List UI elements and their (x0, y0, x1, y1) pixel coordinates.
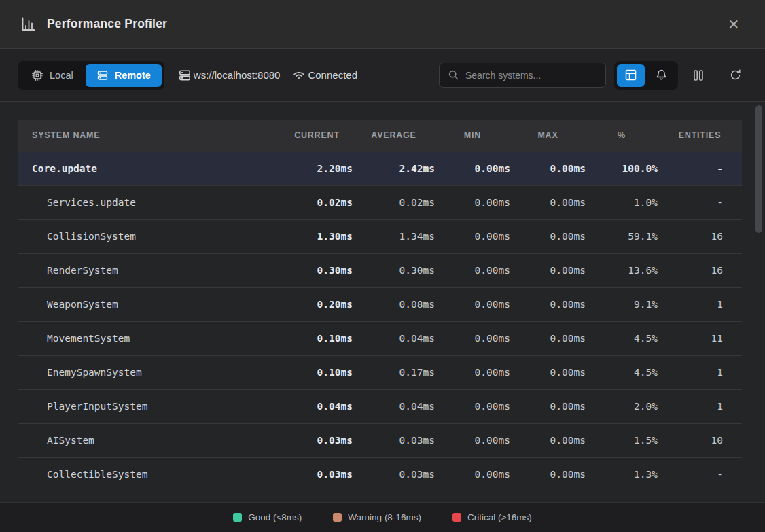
average-cell: 0.02ms (353, 185, 435, 219)
min-cell: 0.00ms (435, 321, 510, 355)
connection-status: Connected (292, 69, 357, 82)
legend-swatch (452, 513, 461, 522)
current-cell: 0.04ms (281, 389, 353, 423)
min-cell: 0.00ms (435, 389, 510, 423)
search-box (439, 63, 606, 88)
percent-cell: 100.0% (586, 152, 658, 185)
legend-item: Warning (8-16ms) (333, 512, 421, 522)
percent-cell: 13.6% (586, 253, 658, 287)
title-bar: Performance Profiler ✕ (0, 0, 765, 49)
legend-swatch (233, 513, 242, 522)
column-header-max[interactable]: MAX (510, 120, 586, 152)
entities-cell: 1 (658, 355, 742, 389)
column-header-percent[interactable]: % (586, 120, 658, 152)
system-name-cell: EnemySpawnSystem (18, 355, 281, 389)
max-cell: 0.00ms (510, 185, 586, 219)
legend-item: Critical (>16ms) (452, 512, 532, 522)
view-toggle-group (614, 61, 678, 90)
system-name-cell: Core.update (18, 152, 281, 185)
bar-chart-icon (20, 16, 36, 32)
pause-button[interactable] (686, 64, 711, 87)
ws-url-text: ws://localhost:8080 (194, 69, 281, 81)
percent-cell: 1.0% (586, 185, 658, 219)
column-header-min[interactable]: MIN (435, 120, 510, 152)
column-header-current[interactable]: CURRENT (281, 120, 353, 152)
table-row[interactable]: WeaponSystem 0.20ms 0.08ms 0.00ms 0.00ms… (18, 287, 742, 321)
table-row[interactable]: EnemySpawnSystem 0.10ms 0.17ms 0.00ms 0.… (18, 355, 742, 389)
legend-label: Critical (>16ms) (467, 512, 532, 522)
column-header-system-name[interactable]: SYSTEM NAME (18, 120, 281, 152)
current-cell: 0.03ms (281, 457, 353, 491)
entities-cell: 16 (658, 219, 742, 253)
refresh-button[interactable] (723, 64, 747, 87)
min-cell: 0.00ms (435, 287, 510, 321)
table-row[interactable]: AISystem 0.03ms 0.03ms 0.00ms 0.00ms 1.5… (18, 423, 742, 457)
toolbar: Local Remote (0, 49, 765, 102)
percent-cell: 2.0% (586, 389, 658, 423)
refresh-icon (729, 69, 742, 82)
max-cell: 0.00ms (510, 355, 586, 389)
entities-cell: - (658, 185, 742, 219)
alerts-button[interactable] (647, 64, 675, 87)
entities-cell: 1 (658, 287, 742, 321)
average-cell: 1.34ms (353, 219, 435, 253)
percent-cell: 59.1% (586, 219, 658, 253)
table-row[interactable]: CollisionSystem 1.30ms 1.34ms 0.00ms 0.0… (18, 219, 742, 253)
current-cell: 0.10ms (281, 355, 353, 389)
current-cell: 0.30ms (281, 253, 353, 287)
remote-mode-label: Remote (115, 70, 151, 81)
wifi-icon (292, 69, 306, 82)
average-cell: 0.04ms (353, 389, 435, 423)
scrollbar-thumb[interactable] (755, 105, 762, 233)
column-header-average[interactable]: AVERAGE (353, 120, 435, 152)
entities-cell: - (658, 152, 742, 185)
local-mode-button[interactable]: Local (20, 64, 84, 87)
column-header-entities[interactable]: ENTITIES (658, 120, 742, 152)
systems-table: SYSTEM NAME CURRENT AVERAGE MIN MAX % EN… (18, 120, 742, 491)
entities-cell: 10 (658, 423, 742, 457)
max-cell: 0.00ms (510, 152, 586, 185)
table-row[interactable]: RenderSystem 0.30ms 0.30ms 0.00ms 0.00ms… (18, 253, 742, 287)
percent-cell: 9.1% (586, 287, 658, 321)
min-cell: 0.00ms (435, 423, 510, 457)
cpu-icon (31, 69, 43, 82)
table-header-row: SYSTEM NAME CURRENT AVERAGE MIN MAX % EN… (18, 120, 742, 152)
table-view-button[interactable] (617, 64, 645, 87)
max-cell: 0.00ms (510, 253, 586, 287)
min-cell: 0.00ms (435, 457, 510, 491)
average-cell: 0.04ms (353, 321, 435, 355)
average-cell: 0.03ms (353, 423, 435, 457)
system-name-cell: RenderSystem (18, 253, 281, 287)
legend-bar: Good (<8ms) Warning (8-16ms) Critical (>… (0, 502, 765, 532)
table-row[interactable]: Core.update 2.20ms 2.42ms 0.00ms 0.00ms … (18, 152, 742, 185)
connection-status-text: Connected (308, 69, 357, 81)
table-row[interactable]: CollectibleSystem 0.03ms 0.03ms 0.00ms 0… (18, 457, 742, 491)
average-cell: 0.08ms (353, 287, 435, 321)
scrollbar-track[interactable] (755, 103, 763, 501)
search-input[interactable] (465, 70, 597, 81)
max-cell: 0.00ms (510, 457, 586, 491)
table-row[interactable]: PlayerInputSystem 0.04ms 0.04ms 0.00ms 0… (18, 389, 742, 423)
percent-cell: 4.5% (586, 321, 658, 355)
server-icon (96, 69, 109, 82)
close-button[interactable]: ✕ (723, 14, 745, 35)
min-cell: 0.00ms (435, 219, 510, 253)
current-cell: 2.20ms (281, 152, 353, 185)
system-name-cell: WeaponSystem (18, 287, 281, 321)
system-name-cell: MovementSystem (18, 321, 281, 355)
performance-profiler-window: Performance Profiler ✕ Local (0, 0, 765, 532)
percent-cell: 4.5% (586, 355, 658, 389)
system-name-cell: Services.update (18, 185, 281, 219)
page-title: Performance Profiler (47, 17, 167, 31)
average-cell: 0.03ms (353, 457, 435, 491)
system-name-cell: CollisionSystem (18, 219, 281, 253)
current-cell: 0.20ms (281, 287, 353, 321)
system-table-body: Core.update 2.20ms 2.42ms 0.00ms 0.00ms … (18, 152, 742, 491)
legend-label: Good (<8ms) (248, 512, 302, 522)
table-row[interactable]: Services.update 0.02ms 0.02ms 0.00ms 0.0… (18, 185, 742, 219)
min-cell: 0.00ms (435, 185, 510, 219)
entities-cell: - (658, 457, 742, 491)
remote-mode-button[interactable]: Remote (86, 64, 162, 87)
table-row[interactable]: MovementSystem 0.10ms 0.04ms 0.00ms 0.00… (18, 321, 742, 355)
max-cell: 0.00ms (510, 423, 586, 457)
